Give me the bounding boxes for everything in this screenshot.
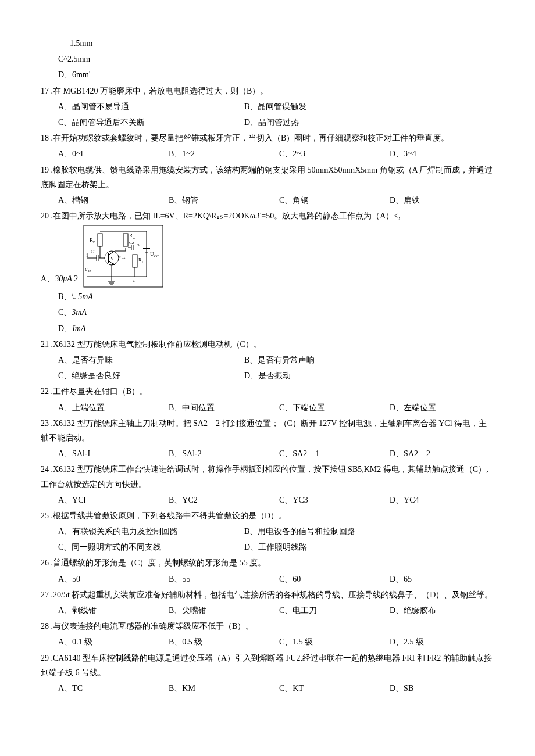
q24-text: 24 .X6132 型万能铣床工作台快速进给调试时，将操作手柄扳到相应的位置，按… [41,462,494,491]
q25-b: B、用电设备的信号和控制回路 [244,524,430,539]
q19-a: A、槽钢 [58,193,169,207]
q29-a: A、TC [58,681,169,696]
q21-a: A、是否有异味 [58,353,244,367]
pre-line-3: D、6mm' [41,67,494,82]
q25-text: 25 .根据导线共管敷设原则，下列各线路中不得共管敷设的是（D）。 [41,508,494,523]
q28-c: C、1.5 级 [279,635,390,649]
q23-a: A、SAl-I [58,446,169,461]
q21-text: 21 .X6132 型万能铣床电气控制板制作前应检测电动机（C）。 [41,337,494,352]
q18-d: D、3~4 [390,146,500,161]
q26-a: A、50 [58,572,169,586]
label-v: V [110,256,114,261]
svg-text:C: C [133,236,135,239]
q28-text: 28 .与仪表连接的电流互感器的准确度等级应不低于（B）。 [41,619,494,633]
label-n4: 4 [133,279,135,284]
q26-d: D、65 [390,572,500,586]
q18-a: A、0~l [58,146,169,161]
q19-d: D、扁铁 [390,193,500,207]
q20-a-prefix: A、 [41,274,55,283]
q21-opts-row2: C、绝缘是否良好 D、是否振动 [41,368,494,383]
q20-b-val: 5mA [78,292,93,301]
q28-opts: A、0.1 级 B、0.5 级 C、1.5 级 D、2.5 级 [41,635,494,649]
q20-c: C、3mA [41,305,494,320]
label-uin: u [85,266,88,272]
q20-circuit-row: A、30μA 2 R B R C U CC V [41,224,494,288]
label-c1: C1 [91,249,96,255]
q20-text: 20 .在图中所示放大电路，已知 IL=6V、R=2KQ\R₁₅=2OOKω.£… [41,209,494,223]
q21-opts-row1: A、是否有异味 B、是否有异常声响 [41,353,494,367]
q29-opts: A、TC B、KM C、KT D、SB [41,681,494,696]
q20-a-suffix: 2 [74,274,78,283]
q25-d: D、工作照明线路 [244,540,430,554]
q17-c: C、晶闸管导通后不关断 [58,115,244,130]
q28-d: D、2.5 级 [390,635,500,649]
q20-d-text: D、 [58,324,72,333]
svg-text:out: out [122,257,126,260]
q22-c: C、下端位置 [279,400,390,415]
svg-text:L: L [142,260,144,264]
q19-opts: A、槽钢 B、钢管 C、角钢 D、扁铁 [41,193,494,207]
q23-text: 23 .X6132 型万能铣床主轴上刀制动时。把 SA2—2 打到接通位置；（C… [41,416,494,445]
q27-c: C、电工刀 [279,603,390,618]
q17-b: B、晶闸管误触发 [244,99,430,114]
q27-d: D、绝缘胶布 [390,603,500,618]
svg-text:B: B [93,241,95,244]
q27-text: 27 .20/5t 桥式起重机安装前应准备好辅助材料，包括电气连接所需的各种规格… [41,587,494,602]
label-n1: 1 [86,253,88,258]
q25-c: C、同一照明方式的不同支线 [58,540,244,554]
q29-d: D、SB [390,681,500,696]
q28-a: A、0.1 级 [58,635,169,649]
q22-a: A、上端位置 [58,400,169,415]
q22-b: B、中间位置 [169,400,279,415]
q18-opts: A、0~l B、1~2 C、2~3 D、3~4 [41,146,494,161]
q23-d: D、SA2—2 [390,446,500,461]
q28-b: B、0.5 级 [169,635,279,649]
pre-line-1: 1.5mm [41,36,494,51]
q21-b: B、是否有异常声响 [244,353,430,367]
q17-text: 17 .在 MGB1420 万能磨床中，若放电电阻选得过大，则（B）。 [41,84,494,98]
label-uout: u [119,255,121,259]
q23-opts: A、SAl-I B、SAl-2 C、SA2—1 D、SA2—2 [41,446,494,461]
svg-text:in: in [88,269,91,273]
q29-text: 29 .CA6140 型车床控制线路的电源是通过变压器（A）引入到熔断器 FU2… [41,651,494,680]
q20-c-text: C、 [58,308,72,317]
svg-rect-2 [98,234,102,246]
q24-opts: A、YCl B、YC2 C、YC3 D、YC4 [41,493,494,507]
q17-a: A、晶闸管不易导通 [58,99,244,114]
q22-text: 22 .工件尽量夹在钳口（B）。 [41,384,494,399]
pre-line-2: C^2.5mm [41,52,494,66]
q20-a-label: A、30μA 2 [41,271,78,288]
q23-b: B、SAl-2 [169,446,279,461]
q29-b: B、KM [169,681,279,696]
q18-b: B、1~2 [169,146,279,161]
q19-b: B、钢管 [169,193,279,207]
q27-opts: A、剥线钳 B、尖嘴钳 C、电工刀 D、绝缘胶布 [41,603,494,618]
label-c2: C2 [129,241,134,245]
q26-text: 26 .普通螺纹的牙形角是（C）度，英制螺纹的牙形角是 55 度。 [41,556,494,570]
q17-d: D、晶闸管过热 [244,115,430,130]
svg-rect-4 [123,234,128,246]
q26-b: B、55 [169,572,279,586]
q24-d: D、YC4 [390,493,500,507]
q25-opts-row1: A、有联锁关系的电力及控制回路 B、用电设备的信号和控制回路 [41,524,494,539]
q19-text: 19 .橡胶软电缆供、馈电线路采用拖缆安装方式，该结构两端的钢支架采用 50mm… [41,163,494,192]
q25-opts-row2: C、同一照明方式的不同支线 D、工作照明线路 [41,540,494,554]
q22-opts: A、上端位置 B、中间位置 C、下端位置 D、左端位置 [41,400,494,415]
q21-d: D、是否振动 [244,368,430,383]
q20-c-val: 3mA [72,308,87,317]
q17-opts-row1: A、晶闸管不易导通 B、晶闸管误触发 [41,99,494,114]
q21-c: C、绝缘是否良好 [58,368,244,383]
q18-c: C、2~3 [279,146,390,161]
q20-a-value: 30μA [55,274,72,283]
q24-a: A、YCl [58,493,169,507]
q26-opts: A、50 B、55 C、60 D、65 [41,572,494,586]
label-n3: 3 [137,243,140,248]
svg-rect-25 [133,255,137,267]
q20-b-text: B、\. [58,292,78,301]
q24-b: B、YC2 [169,493,279,507]
q29-c: C、KT [279,681,390,696]
q19-c: C、角钢 [279,193,390,207]
q23-c: C、SA2—1 [279,446,390,461]
q20-d-val: ImA [72,324,85,333]
svg-text:CC: CC [154,255,159,258]
